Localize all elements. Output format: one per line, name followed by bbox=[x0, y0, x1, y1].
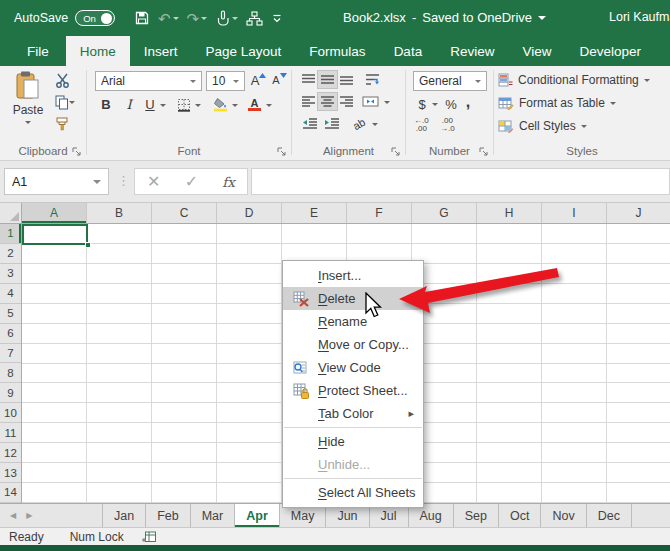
fill-handle[interactable] bbox=[85, 242, 91, 248]
save-button[interactable] bbox=[130, 6, 154, 30]
sheet-tab-apr[interactable]: Apr bbox=[235, 504, 280, 527]
paste-dropdown-icon[interactable] bbox=[25, 121, 31, 127]
row-header-11[interactable]: 11 bbox=[0, 423, 21, 443]
undo-button[interactable]: ↶ bbox=[154, 6, 183, 30]
sheet-tab-nov[interactable]: Nov bbox=[541, 504, 586, 527]
fill-color-button[interactable] bbox=[211, 95, 230, 114]
alignment-dialog-launcher[interactable] bbox=[391, 146, 401, 156]
borders-button[interactable] bbox=[175, 95, 193, 114]
bottom-align-button[interactable] bbox=[337, 71, 356, 88]
format-as-table-button[interactable]: Format as Table bbox=[498, 93, 616, 113]
bold-button[interactable]: B bbox=[97, 95, 115, 114]
undo-dropdown-icon[interactable] bbox=[173, 17, 179, 23]
sheet-tab-dec[interactable]: Dec bbox=[587, 504, 632, 527]
paste-button[interactable]: Paste bbox=[6, 70, 50, 144]
macro-record-icon[interactable] bbox=[142, 531, 157, 543]
comma-format-button[interactable]: , bbox=[462, 93, 474, 111]
menu-item-move-or-copy[interactable]: Move or Copy... bbox=[283, 333, 423, 356]
percent-format-button[interactable]: % bbox=[443, 95, 459, 113]
ribbon-tab-review[interactable]: Review bbox=[436, 36, 508, 66]
align-left-button[interactable] bbox=[299, 93, 318, 110]
ribbon-tab-tell-me[interactable]: Tell me bbox=[655, 36, 670, 66]
merge-center-dropdown[interactable] bbox=[382, 93, 392, 110]
borders-dropdown[interactable] bbox=[193, 95, 203, 114]
redo-button[interactable]: ↷ bbox=[183, 6, 212, 30]
column-header-c[interactable]: C bbox=[152, 203, 217, 223]
customize-toolbar-button[interactable] bbox=[267, 6, 287, 30]
row-header-6[interactable]: 6 bbox=[0, 324, 21, 344]
font-color-dropdown[interactable] bbox=[264, 95, 274, 114]
autosave-toggle[interactable]: On bbox=[75, 10, 115, 26]
name-box[interactable]: A1 bbox=[4, 168, 109, 195]
underline-button[interactable]: U bbox=[141, 95, 159, 114]
row-header-12[interactable]: 12 bbox=[0, 443, 21, 463]
number-format-combo[interactable]: General bbox=[413, 71, 487, 91]
column-header-b[interactable]: B bbox=[87, 203, 152, 223]
cut-button[interactable] bbox=[52, 71, 72, 89]
middle-align-button[interactable] bbox=[318, 71, 337, 88]
font-name-combo[interactable]: Arial bbox=[95, 71, 202, 91]
column-header-f[interactable]: F bbox=[347, 203, 412, 223]
font-color-button[interactable]: A bbox=[245, 95, 264, 114]
menu-item-tab-color[interactable]: Tab Color▸ bbox=[283, 402, 423, 425]
row-header-7[interactable]: 7 bbox=[0, 344, 21, 364]
ribbon-tab-developer[interactable]: Developer bbox=[565, 36, 655, 66]
formula-input[interactable] bbox=[251, 168, 670, 195]
align-right-button[interactable] bbox=[337, 93, 356, 110]
conditional-formatting-button[interactable]: Conditional Formatting bbox=[498, 70, 650, 90]
column-header-h[interactable]: H bbox=[477, 203, 542, 223]
orientation-button[interactable]: ab bbox=[348, 115, 370, 132]
row-header-2[interactable]: 2 bbox=[0, 244, 21, 264]
autosave-control[interactable]: AutoSave On bbox=[14, 10, 115, 26]
row-header-14[interactable]: 14 bbox=[0, 483, 21, 503]
decrease-indent-button[interactable] bbox=[299, 115, 320, 132]
ribbon-tab-insert[interactable]: Insert bbox=[130, 36, 192, 66]
font-size-dropdown-icon[interactable] bbox=[233, 80, 239, 86]
ribbon-tab-formulas[interactable]: Formulas bbox=[295, 36, 379, 66]
sheet-tab-oct[interactable]: Oct bbox=[499, 504, 541, 527]
sheet-tab-jan[interactable]: Jan bbox=[102, 504, 146, 527]
row-header-1[interactable]: 1 bbox=[0, 224, 21, 244]
format-painter-button[interactable] bbox=[52, 115, 72, 133]
ribbon-tab-view[interactable]: View bbox=[508, 36, 565, 66]
row-header-5[interactable]: 5 bbox=[0, 304, 21, 324]
menu-item-select-all-sheets[interactable]: Select All Sheets bbox=[283, 481, 423, 504]
sheet-tab-sep[interactable]: Sep bbox=[454, 504, 499, 527]
menu-item-delete[interactable]: Delete bbox=[283, 287, 423, 310]
sheet-nav-right-icon[interactable]: ▶ bbox=[26, 511, 32, 520]
selected-cell-a1[interactable] bbox=[22, 224, 88, 245]
fill-color-dropdown[interactable] bbox=[230, 95, 240, 114]
column-header-a[interactable]: A bbox=[22, 203, 87, 223]
row-header-4[interactable]: 4 bbox=[0, 284, 21, 304]
currency-dropdown[interactable] bbox=[430, 95, 439, 113]
row-header-3[interactable]: 3 bbox=[0, 264, 21, 284]
row-header-8[interactable]: 8 bbox=[0, 363, 21, 383]
sheet-tab-mar[interactable]: Mar bbox=[191, 504, 236, 527]
number-dialog-launcher[interactable] bbox=[479, 146, 489, 156]
user-name[interactable]: Lori Kaufman bbox=[609, 10, 670, 24]
font-dialog-launcher[interactable] bbox=[277, 146, 287, 156]
italic-button[interactable]: I bbox=[120, 95, 138, 114]
row-header-10[interactable]: 10 bbox=[0, 403, 21, 423]
ribbon-tab-data[interactable]: Data bbox=[380, 36, 437, 66]
menu-item-protect-sheet[interactable]: Protect Sheet... bbox=[283, 379, 423, 402]
top-align-button[interactable] bbox=[299, 71, 318, 88]
column-header-j[interactable]: J bbox=[607, 203, 670, 223]
redo-dropdown-icon[interactable] bbox=[201, 17, 207, 23]
menu-item-rename[interactable]: Rename bbox=[283, 310, 423, 333]
ribbon-tab-home[interactable]: Home bbox=[66, 36, 130, 66]
name-box-dropdown-icon[interactable] bbox=[93, 180, 101, 188]
insert-function-icon[interactable]: fx bbox=[222, 174, 235, 190]
decrease-font-size-button[interactable]: A bbox=[270, 70, 289, 90]
cell-styles-button[interactable]: Cell Styles bbox=[498, 116, 587, 136]
increase-indent-button[interactable] bbox=[321, 115, 342, 132]
column-header-i[interactable]: I bbox=[542, 203, 607, 223]
cancel-icon[interactable]: ✕ bbox=[147, 172, 160, 191]
touch-mode-button[interactable] bbox=[211, 6, 242, 30]
number-format-dropdown-icon[interactable] bbox=[475, 80, 481, 86]
sheet-nav-left-icon[interactable]: ◀ bbox=[10, 511, 16, 520]
font-size-combo[interactable]: 10 bbox=[206, 71, 245, 91]
org-chart-button[interactable] bbox=[242, 6, 267, 30]
wrap-text-button[interactable] bbox=[362, 71, 383, 88]
center-button[interactable] bbox=[318, 93, 337, 110]
